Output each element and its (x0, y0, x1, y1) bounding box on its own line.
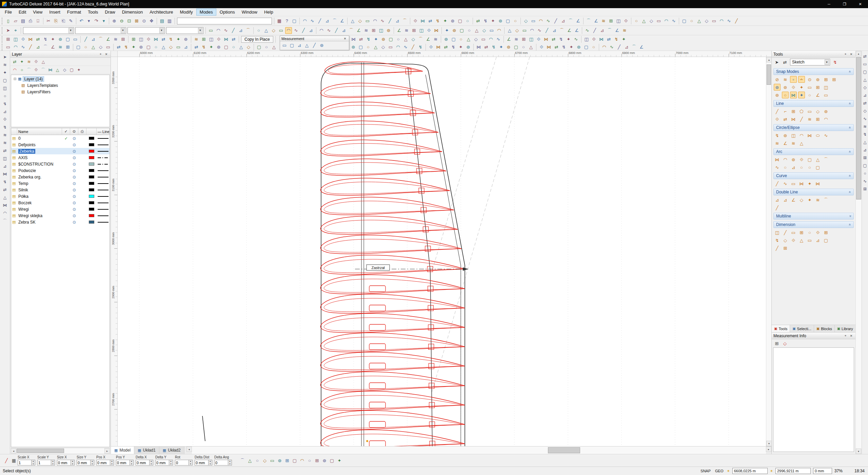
select-tool-icon[interactable]: ➤ (2, 54, 8, 60)
field-size-x-stepper[interactable]: ▲▼ (71, 460, 75, 466)
layer-color-swatch[interactable] (86, 135, 97, 141)
group-tool-2-icon[interactable]: ≋ (403, 27, 410, 34)
menu-item-modify[interactable]: Modify (177, 8, 196, 16)
layer-linestyle[interactable] (97, 180, 110, 187)
collapse-chevron-icon[interactable]: « (848, 102, 852, 104)
layer-print-icon[interactable] (78, 154, 86, 161)
solid-tool-9-icon[interactable]: ✦ (565, 36, 572, 43)
fillet-tool-2-icon[interactable]: ⊞ (200, 36, 207, 43)
lightening-hole[interactable] (369, 344, 386, 350)
render-tool-icon[interactable]: ≋ (862, 123, 868, 130)
menu-item-view[interactable]: View (29, 8, 46, 16)
layer-hscroll-thumb[interactable] (17, 449, 64, 453)
field-scale-x-stepper[interactable]: ▲▼ (32, 460, 35, 466)
spline-tool-icon[interactable]: ⇄ (2, 147, 8, 154)
apply-all-layers-icon[interactable]: ⌒ (26, 66, 32, 73)
thaw-layer-icon[interactable]: △ (54, 66, 61, 73)
snap-toggle[interactable]: SNAP (699, 469, 712, 473)
render-mode-tool-1-icon[interactable]: ◇ (522, 18, 529, 24)
field-scale-y-input[interactable] (37, 460, 51, 466)
layer-color-swatch[interactable] (86, 154, 97, 161)
selection-mode-tool-2-icon[interactable]: △ (263, 27, 270, 34)
annotate-tool-6-icon[interactable]: ∿ (670, 18, 677, 24)
layer-row-0[interactable]: ▤0✓⊙ (11, 135, 110, 141)
layer-linestyle[interactable] (97, 135, 110, 141)
lightening-hole[interactable] (369, 305, 386, 311)
snap-center-icon[interactable]: ⊙ (806, 76, 813, 83)
chevron-down-icon[interactable]: ▼ (121, 28, 125, 33)
boolean-tool-1-icon[interactable]: ◫ (583, 36, 590, 43)
inspector-grid-icon[interactable]: ▦ (11, 457, 17, 464)
lightening-hole[interactable] (369, 383, 386, 389)
field-delta-dist-input[interactable] (195, 460, 209, 466)
circle-concentric-icon[interactable]: ⊚ (782, 132, 789, 139)
arc-center-radius-icon[interactable]: ⋈ (774, 156, 781, 163)
draw-mode-tool-3-icon[interactable]: ╱ (316, 18, 323, 24)
dim-baseline-icon[interactable]: ⟐ (814, 229, 821, 236)
layer-linestyle[interactable] (97, 187, 110, 193)
point-tool-icon[interactable]: ◫ (2, 155, 8, 162)
text-toolbar-tool-3-icon[interactable]: ⇄ (442, 44, 449, 51)
draw-mode-tool-2-icon[interactable]: ∿ (309, 18, 316, 24)
text-style-tool-5-icon[interactable]: ▢ (223, 44, 230, 51)
dim-toolbar-tool-4-icon[interactable]: △ (372, 44, 379, 51)
zoom-extents-icon[interactable]: ⊠ (133, 18, 140, 24)
reference-point[interactable] (366, 440, 368, 442)
trim-tool-1-icon[interactable]: ⊚ (443, 36, 450, 43)
arc-edit-tool-8-icon[interactable]: ⊚ (182, 36, 189, 43)
layer-linestyle[interactable] (97, 174, 110, 180)
construction-tool-2-icon[interactable]: ○ (82, 44, 89, 51)
color-combo[interactable]: ▼ (75, 27, 126, 34)
rib-outline[interactable] (321, 140, 442, 156)
open-icon[interactable]: ▱ (12, 18, 19, 24)
dim-vertical-icon[interactable]: ╱ (782, 229, 789, 236)
view-nav-tool-8-icon[interactable]: ○ (464, 18, 471, 24)
solid-tool-8-icon[interactable]: ↯ (558, 36, 565, 43)
rectangle-tool-icon[interactable]: ⟐ (2, 116, 8, 122)
measure-angle-icon[interactable]: ▢ (289, 42, 295, 49)
format-style-tool-8-icon[interactable]: ◠ (496, 27, 502, 34)
insert-toolbar-tool-1-icon[interactable]: ⟐ (538, 44, 545, 51)
canvas-vscroll-track[interactable] (766, 62, 771, 441)
layer-color-swatch[interactable] (86, 161, 97, 167)
field-pos-x-stepper[interactable]: ▲▼ (110, 460, 114, 466)
text-style-tool-2-icon[interactable]: ↯ (200, 44, 207, 51)
snap-quadrant-b-icon[interactable]: ▢ (329, 457, 335, 464)
wing-plan-drawing[interactable]: Zastrzał (118, 57, 766, 446)
rib-outline[interactable] (321, 159, 446, 175)
arc-3point-icon[interactable]: ▢ (806, 156, 813, 163)
property-tool-5-icon[interactable]: ⊿ (237, 27, 244, 34)
boolean-tool-6-icon[interactable]: ✦ (620, 36, 627, 43)
arc-concentric-icon[interactable]: ◠ (782, 156, 789, 163)
rib-outline[interactable] (320, 372, 465, 391)
draw-mode-icon[interactable]: ⇄ (782, 59, 788, 65)
circle-draw-tool-3-icon[interactable]: ⟐ (20, 36, 26, 43)
rib-outline[interactable] (320, 216, 458, 234)
node-snap-tool-7-icon[interactable]: △ (160, 44, 167, 51)
utility-tool-6-icon[interactable]: ∠ (638, 44, 645, 51)
collapse-chevron-icon[interactable]: « (848, 191, 852, 193)
utility-tool-1-icon[interactable]: ◠ (601, 44, 608, 51)
layer-current-check[interactable] (62, 174, 70, 180)
double-line-tool-icon[interactable]: ↯ (2, 100, 8, 107)
palette-tab-selecti-[interactable]: ▣Selecti... (790, 325, 814, 332)
layer-states-icon[interactable]: ⟐ (33, 58, 39, 65)
point-snap-tool-8-icon[interactable]: ⌒ (558, 27, 565, 34)
layer-combo[interactable]: ▼ (23, 27, 74, 34)
section-header-line[interactable]: Line« (773, 100, 854, 107)
angular-line-icon[interactable]: ≋ (806, 116, 813, 122)
layer-color-swatch[interactable] (86, 167, 97, 174)
polyline-icon[interactable]: ⌐ (782, 108, 789, 115)
menu-item-window[interactable]: Window (238, 8, 261, 16)
palette-vscroll-thumb[interactable] (856, 57, 861, 200)
scroll-right-icon[interactable]: ▸ (766, 446, 771, 452)
sheet-icon[interactable]: ▤ (159, 18, 165, 24)
collapse-chevron-icon[interactable]: « (848, 71, 852, 73)
text-style-tool-4-icon[interactable]: ⊚ (215, 44, 222, 51)
layer-current-check[interactable] (62, 161, 70, 167)
layer-current-check[interactable] (62, 180, 70, 187)
group-tool-1-icon[interactable]: ∠ (396, 27, 402, 34)
side-view-tool-icon[interactable]: △ (862, 76, 868, 83)
layer-linestyle[interactable] (97, 167, 110, 174)
workplane-tool-2-icon[interactable]: ◇ (357, 18, 363, 24)
